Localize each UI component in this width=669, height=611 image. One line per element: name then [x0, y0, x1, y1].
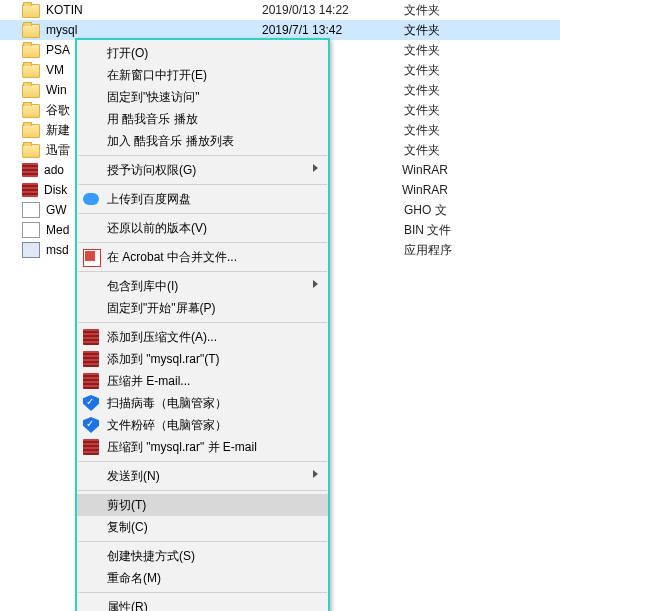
- menu-label: 剪切(T): [107, 497, 310, 514]
- archive-icon: [22, 163, 38, 177]
- shield-icon: [83, 395, 99, 411]
- menu-properties[interactable]: 属性(R): [77, 596, 328, 611]
- menu-separator: [78, 461, 327, 462]
- file-type: 文件夹: [404, 142, 484, 159]
- file-type: BIN 文件: [404, 222, 484, 239]
- file-type: GHO 文: [404, 202, 484, 219]
- folder-icon: [22, 4, 40, 18]
- folder-icon: [22, 124, 40, 138]
- file-type: 文件夹: [404, 62, 484, 79]
- folder-icon: [22, 44, 40, 58]
- menu-label: 加入 酷我音乐 播放列表: [107, 133, 310, 150]
- folder-icon: [22, 84, 40, 98]
- menu-label: 重命名(M): [107, 570, 310, 587]
- file-type: 应用程序: [404, 242, 484, 259]
- menu-label: 添加到压缩文件(A)...: [107, 329, 310, 346]
- exe-icon: [22, 242, 40, 258]
- menu-separator: [78, 184, 327, 185]
- menu-label: 固定到"快速访问": [107, 89, 310, 106]
- menu-file-shred[interactable]: 文件粉碎（电脑管家）: [77, 414, 328, 436]
- menu-label: 包含到库中(I): [107, 278, 310, 295]
- menu-separator: [78, 322, 327, 323]
- cloud-icon: [83, 193, 99, 205]
- file-date: 2019/7/1 13:42: [262, 23, 404, 37]
- menu-add-to-mysql-rar[interactable]: 添加到 "mysql.rar"(T): [77, 348, 328, 370]
- menu-label: 在新窗口中打开(E): [107, 67, 310, 84]
- menu-label: 发送到(N): [107, 468, 310, 485]
- menu-create-shortcut[interactable]: 创建快捷方式(S): [77, 545, 328, 567]
- menu-label: 固定到"开始"屏幕(P): [107, 300, 310, 317]
- menu-separator: [78, 490, 327, 491]
- menu-copy[interactable]: 复制(C): [77, 516, 328, 538]
- menu-open[interactable]: 打开(O): [77, 42, 328, 64]
- menu-label: 文件粉碎（电脑管家）: [107, 417, 310, 434]
- file-type: WinRAR: [402, 183, 482, 197]
- menu-label: 打开(O): [107, 45, 310, 62]
- menu-pin-quick-access[interactable]: 固定到"快速访问": [77, 86, 328, 108]
- archive-icon: [83, 351, 99, 367]
- menu-open-new-window[interactable]: 在新窗口中打开(E): [77, 64, 328, 86]
- file-type: 文件夹: [404, 82, 484, 99]
- file-date: 2019/0/13 14:22: [262, 3, 404, 17]
- menu-label: 属性(R): [107, 599, 310, 612]
- menu-kuwo-play[interactable]: 用 酷我音乐 播放: [77, 108, 328, 130]
- file-icon: [22, 222, 40, 238]
- menu-label: 创建快捷方式(S): [107, 548, 310, 565]
- menu-include-library[interactable]: 包含到库中(I): [77, 275, 328, 297]
- menu-compress-email[interactable]: 压缩并 E-mail...: [77, 370, 328, 392]
- chevron-right-icon: [313, 280, 318, 288]
- menu-label: 还原以前的版本(V): [107, 220, 310, 237]
- menu-kuwo-add-playlist[interactable]: 加入 酷我音乐 播放列表: [77, 130, 328, 152]
- menu-label: 添加到 "mysql.rar"(T): [107, 351, 310, 368]
- menu-restore-previous[interactable]: 还原以前的版本(V): [77, 217, 328, 239]
- menu-label: 授予访问权限(G): [107, 162, 310, 179]
- menu-acrobat-combine[interactable]: 在 Acrobat 中合并文件...: [77, 246, 328, 268]
- pdf-icon: [83, 249, 101, 267]
- menu-separator: [78, 213, 327, 214]
- menu-label: 复制(C): [107, 519, 310, 536]
- context-menu: 打开(O) 在新窗口中打开(E) 固定到"快速访问" 用 酷我音乐 播放 加入 …: [75, 38, 330, 611]
- archive-icon: [83, 373, 99, 389]
- menu-compress-and-email[interactable]: 压缩到 "mysql.rar" 并 E-mail: [77, 436, 328, 458]
- menu-label: 压缩并 E-mail...: [107, 373, 310, 390]
- shield-icon: [83, 417, 99, 433]
- chevron-right-icon: [313, 470, 318, 478]
- menu-separator: [78, 155, 327, 156]
- menu-grant-access[interactable]: 授予访问权限(G): [77, 159, 328, 181]
- folder-icon: [22, 104, 40, 118]
- file-row[interactable]: mysql2019/7/1 13:42文件夹: [0, 20, 560, 40]
- file-type: 文件夹: [404, 42, 484, 59]
- file-type: WinRAR: [402, 163, 482, 177]
- menu-label: 上传到百度网盘: [107, 191, 310, 208]
- folder-icon: [22, 144, 40, 158]
- menu-add-to-archive[interactable]: 添加到压缩文件(A)...: [77, 326, 328, 348]
- file-type: 文件夹: [404, 102, 484, 119]
- menu-rename[interactable]: 重命名(M): [77, 567, 328, 589]
- menu-upload-baidu[interactable]: 上传到百度网盘: [77, 188, 328, 210]
- folder-icon: [22, 24, 40, 38]
- menu-cut[interactable]: 剪切(T): [77, 494, 328, 516]
- archive-icon: [83, 439, 99, 455]
- file-name: KOTIN: [46, 3, 262, 17]
- archive-icon: [22, 183, 38, 197]
- file-row[interactable]: KOTIN2019/0/13 14:22文件夹: [0, 0, 560, 20]
- menu-label: 用 酷我音乐 播放: [107, 111, 310, 128]
- file-type: 文件夹: [404, 22, 484, 39]
- folder-icon: [22, 64, 40, 78]
- file-name: mysql: [46, 23, 262, 37]
- menu-separator: [78, 541, 327, 542]
- menu-scan-virus[interactable]: 扫描病毒（电脑管家）: [77, 392, 328, 414]
- menu-label: 在 Acrobat 中合并文件...: [107, 249, 310, 266]
- menu-separator: [78, 271, 327, 272]
- menu-send-to[interactable]: 发送到(N): [77, 465, 328, 487]
- archive-icon: [83, 329, 99, 345]
- file-icon: [22, 202, 40, 218]
- file-type: 文件夹: [404, 2, 484, 19]
- menu-separator: [78, 592, 327, 593]
- file-type: 文件夹: [404, 122, 484, 139]
- menu-separator: [78, 242, 327, 243]
- menu-pin-start[interactable]: 固定到"开始"屏幕(P): [77, 297, 328, 319]
- chevron-right-icon: [313, 164, 318, 172]
- menu-label: 压缩到 "mysql.rar" 并 E-mail: [107, 439, 310, 456]
- menu-label: 扫描病毒（电脑管家）: [107, 395, 310, 412]
